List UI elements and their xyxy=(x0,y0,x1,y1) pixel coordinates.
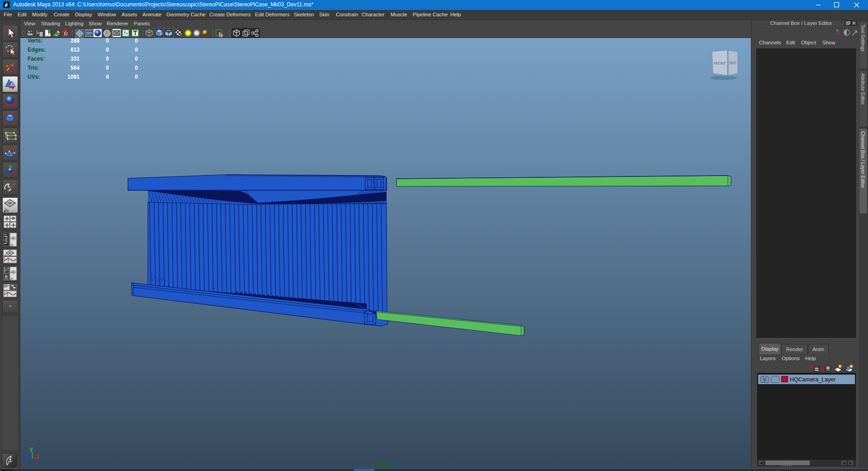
svg-text:z: z xyxy=(25,453,28,459)
svg-text:0: 0 xyxy=(106,47,109,53)
svg-text:x: x xyxy=(36,453,39,459)
svg-text:0: 0 xyxy=(106,65,109,71)
svg-text:Edges:: Edges: xyxy=(28,47,46,53)
svg-text:1081: 1081 xyxy=(67,74,80,80)
svg-text:0: 0 xyxy=(135,47,138,53)
svg-text:0: 0 xyxy=(106,56,109,62)
svg-text:0: 0 xyxy=(135,38,138,44)
svg-text:y: y xyxy=(30,446,33,452)
svg-text:0: 0 xyxy=(135,65,138,71)
svg-text:FRONT: FRONT xyxy=(714,61,726,66)
svg-text:Faces:: Faces: xyxy=(28,56,45,62)
svg-text:0: 0 xyxy=(106,74,109,80)
svg-text:Verts:: Verts: xyxy=(28,38,42,44)
svg-text:613: 613 xyxy=(71,47,80,53)
svg-text:RIGHT: RIGHT xyxy=(729,61,736,65)
svg-text:UVs:: UVs: xyxy=(28,74,40,80)
svg-text:0: 0 xyxy=(106,38,109,44)
svg-text:288: 288 xyxy=(71,38,80,44)
svg-text:0: 0 xyxy=(135,74,138,80)
svg-text:564: 564 xyxy=(71,65,80,71)
svg-text:331: 331 xyxy=(71,56,80,62)
svg-text:0: 0 xyxy=(135,56,138,62)
svg-text:Tris:: Tris: xyxy=(28,65,39,71)
svg-text:persp: persp xyxy=(377,461,392,467)
